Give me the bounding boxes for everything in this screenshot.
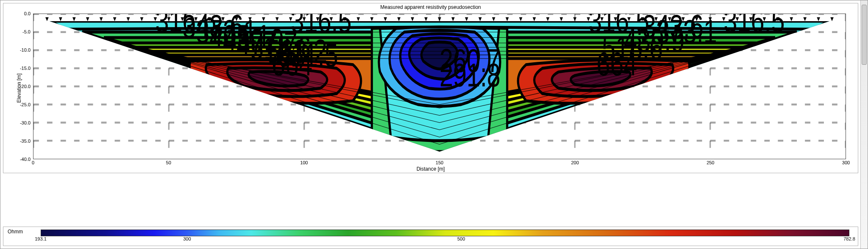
y-tick-label: -5.0 xyxy=(22,29,31,34)
electrode-marker xyxy=(397,17,401,21)
electrode-marker xyxy=(506,17,509,21)
colorbar-tick-label: 193.1 xyxy=(35,236,47,241)
electrode-marker xyxy=(275,17,279,21)
y-tick-label: 0.0 xyxy=(24,11,31,16)
colorbar-tick-label: 782.8 xyxy=(843,236,855,241)
electrode-marker xyxy=(411,17,414,21)
electrode-marker xyxy=(803,17,807,21)
y-tick-label: -20.0 xyxy=(20,84,31,89)
plot-title: Measured apparent resistivity pseudosect… xyxy=(3,4,858,10)
y-tick-label: -15.0 xyxy=(20,66,31,71)
y-tick-label: -10.0 xyxy=(20,47,31,53)
x-tick-label: 200 xyxy=(571,160,579,165)
vertical-scrollbar[interactable] xyxy=(860,0,868,249)
electrode-marker xyxy=(546,17,550,21)
x-tick-label: 250 xyxy=(707,160,714,165)
contour-label: 316.5 xyxy=(724,14,785,39)
y-tick-labels: 0.0 -5.0 -10.0 -15.0 -20.0 -25.0 -30.0 -… xyxy=(16,14,32,159)
x-axis-label: Distance [m] xyxy=(3,166,858,172)
x-tick-label: 50 xyxy=(166,160,171,165)
y-tick-label: -30.0 xyxy=(20,120,31,125)
plot-area[interactable]: 316.5 316.5 316.5 316.5 343.6 343.6 373.… xyxy=(33,14,846,159)
colorbar xyxy=(41,230,849,236)
electrode-marker xyxy=(113,17,117,21)
contour-label: 664 xyxy=(596,46,637,82)
scrollbar-thumb[interactable] xyxy=(862,5,867,65)
electrode-marker xyxy=(830,17,834,21)
colorbar-panel: Ohmm xyxy=(3,227,858,246)
x-tick-label: 100 xyxy=(300,160,308,165)
electrode-marker xyxy=(424,17,428,21)
electrode-marker xyxy=(817,17,820,21)
electrode-marker xyxy=(370,17,374,21)
electrode-marker xyxy=(465,17,468,21)
electrode-marker xyxy=(790,17,793,21)
electrode-marker xyxy=(573,17,577,21)
y-tick-label: -35.0 xyxy=(20,138,31,144)
x-tick-label: 150 xyxy=(436,160,443,165)
electrode-marker xyxy=(100,17,103,21)
electrode-marker xyxy=(384,17,387,21)
electrode-marker xyxy=(45,17,49,21)
y-tick-label: -40.0 xyxy=(20,157,31,162)
y-tick-label: -25.0 xyxy=(20,102,31,107)
svg-rect-15 xyxy=(41,230,849,236)
x-tick-label: 0 xyxy=(32,160,34,165)
contour-label: 291.8 xyxy=(440,57,501,93)
contour-label: 664 xyxy=(272,46,312,82)
electrode-marker xyxy=(519,17,523,21)
electrode-marker xyxy=(479,17,482,21)
electrode-marker xyxy=(357,17,360,21)
pseudosection-window: Measured apparent resistivity pseudosect… xyxy=(0,0,868,249)
x-tick-label: 300 xyxy=(842,160,850,165)
colorbar-ticks: 193.1 300 500 782.8 xyxy=(41,236,849,242)
colorbar-unit: Ohmm xyxy=(8,229,23,235)
electrode-marker xyxy=(438,17,441,21)
electrode-marker xyxy=(86,17,89,21)
electrode-marker xyxy=(127,17,130,21)
colorbar-tick-label: 300 xyxy=(183,236,191,241)
electrode-marker xyxy=(72,17,76,21)
plot-panel: Measured apparent resistivity pseudosect… xyxy=(3,3,858,173)
electrode-marker xyxy=(140,17,144,21)
electrode-marker xyxy=(451,17,455,21)
electrode-marker xyxy=(492,17,495,21)
x-tick-labels: 0 50 100 150 200 250 300 xyxy=(33,160,846,167)
colorbar-tick-label: 500 xyxy=(457,236,465,241)
electrode-marker xyxy=(560,17,563,21)
electrode-marker xyxy=(59,17,62,21)
electrode-marker xyxy=(533,17,536,21)
